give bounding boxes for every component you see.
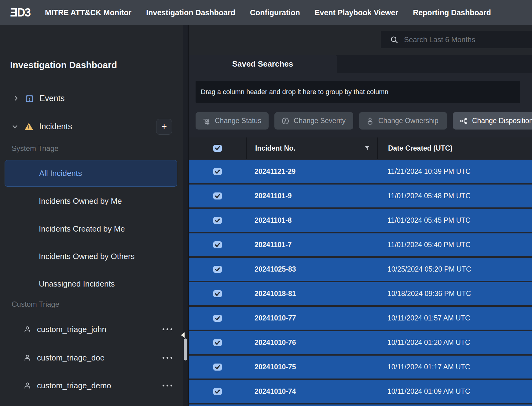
search-input[interactable] [403,35,527,44]
bulk-actions: Change Status Change Severity Change Own… [196,112,532,130]
row-checkbox[interactable] [213,266,222,273]
row-checkbox[interactable] [213,290,222,297]
row-checkbox-cell [189,380,246,403]
custom-triage-label: Custom Triage [12,300,59,309]
filter-icon[interactable] [364,145,370,151]
change-status-button[interactable]: Change Status [196,112,269,130]
table-row[interactable]: 20241025-8310/25/2024 05:20 PM UTC [189,258,532,281]
add-incident-button[interactable]: + [156,119,172,135]
tab-label: Saved Searches [232,59,293,69]
sidebar-item-incidents-owned-by-others[interactable]: Incidents Owned by Others [5,243,177,270]
row-checkbox-cell [189,209,246,232]
change-severity-label: Change Severity [294,117,346,125]
sidebar-item-custom-triage-john[interactable]: custom_triage_john [0,320,177,339]
table-row[interactable]: 20241010-7410/11/2024 01:09 AM UTC [189,380,532,403]
sidebar-item-unassigned-incidents[interactable]: Unassigned Incidents [5,271,177,297]
more-options-icon[interactable] [163,385,172,386]
date-created-cell: 10/11/2024 01:17 AM UTC [377,356,532,379]
select-all-checkbox[interactable] [213,145,222,152]
incidents-label: Incidents [39,122,72,131]
person-icon [23,325,31,334]
group-by-dropzone[interactable]: Drag a column header and drop it here to… [196,81,520,103]
row-checkbox-cell [189,331,246,354]
incident-no-cell: 20241121-29 [246,160,377,183]
column-header-date-created[interactable]: Date Created (UTC) [377,137,532,159]
tab-strip: Saved Searches [189,55,532,73]
more-options-icon[interactable] [163,357,172,359]
change-disposition-button[interactable]: Change Disposition [453,112,532,130]
row-checkbox-cell [189,258,246,281]
sidebar-scrollbar-thumb[interactable] [184,338,187,360]
warning-triangle-icon [24,122,34,132]
sidebar-item-all-incidents[interactable]: All Incidents [5,160,177,187]
calendar-alert-icon [25,94,34,103]
chevron-right-icon[interactable] [13,95,19,102]
custom-triage-name: custom_triage_john [37,325,106,334]
row-checkbox[interactable] [213,388,222,395]
incident-no-cell: 20241010-75 [246,356,377,379]
grid-panel: Drag a column header and drop it here to… [189,73,532,406]
row-checkbox[interactable] [213,364,222,371]
top-nav: ƎD3 MITRE ATT&CK Monitor Investigation D… [0,0,532,25]
more-options-icon[interactable] [163,328,172,330]
date-created-cell: 10/11/2024 01:09 AM UTC [377,380,532,403]
custom-triage-name: custom_triage_doe [37,353,105,363]
table-row[interactable]: 20241010-7610/11/2024 01:20 AM UTC [189,331,532,354]
sidebar-collapse-icon[interactable] [181,332,185,338]
table-row[interactable]: 20241010-7710/11/2024 01:57 AM UTC [189,307,532,330]
row-checkbox-cell [189,160,246,183]
tab-saved-searches[interactable]: Saved Searches [189,55,337,73]
sidebar-title: Investigation Dashboard [10,60,117,70]
date-created-cell: 10/18/2024 09:36 PM UTC [377,282,532,305]
sidebar-group-incidents[interactable]: Incidents [0,119,171,134]
sidebar-group-events[interactable]: Events [0,92,171,105]
incident-no-cell: 20241010-76 [246,331,377,354]
table-row[interactable]: 20241121-2911/21/2024 10:39 PM UTC [189,160,532,183]
nav-configuration[interactable]: Configuration [250,8,300,17]
nav-event-playbook-viewer[interactable]: Event Playbook Viewer [315,8,398,17]
chevron-down-icon[interactable] [12,123,18,130]
date-created-cell: 11/01/2024 05:45 PM UTC [377,209,532,232]
sidebar-item-incidents-created-by-me[interactable]: Incidents Created by Me [5,216,177,242]
change-severity-icon [281,117,290,125]
sidebar-item-custom-triage-doe[interactable]: custom_triage_doe [0,348,177,367]
select-all-cell [189,137,246,159]
incident-no-cell: 20241101-7 [246,233,377,256]
change-ownership-icon [366,117,374,125]
nav-reporting-dashboard[interactable]: Reporting Dashboard [413,8,491,17]
row-checkbox[interactable] [213,217,222,224]
table-rows: 20241121-2911/21/2024 10:39 PM UTC202411… [189,159,532,406]
d3-logo[interactable]: ƎD3 [10,6,30,19]
row-checkbox[interactable] [213,339,222,346]
row-checkbox[interactable] [213,192,222,199]
incident-no-cell: 20241101-8 [246,209,377,232]
nav-investigation-dashboard[interactable]: Investigation Dashboard [146,8,235,17]
incident-no-header-label: Incident No. [255,144,295,152]
row-checkbox[interactable] [213,241,222,248]
global-search[interactable] [381,31,532,48]
main-content: Saved Searches Drag a column header and … [189,25,532,406]
table-row-partial [189,404,532,406]
column-header-incident-no[interactable]: Incident No. [246,137,377,159]
incident-no-cell: 20241101-9 [246,185,377,207]
row-checkbox-cell [189,307,246,330]
row-checkbox[interactable] [213,315,222,322]
change-severity-button[interactable]: Change Severity [274,112,353,130]
events-label: Events [39,94,65,103]
system-triage-label: System Triage [12,144,58,153]
table-row[interactable]: 20241101-911/01/2024 05:48 PM UTC [189,185,532,207]
nav-mitre-attack-monitor[interactable]: MITRE ATT&CK Monitor [45,8,131,17]
table-row[interactable]: 20241010-7510/11/2024 01:17 AM UTC [189,356,532,379]
panel-divider [188,25,189,406]
incident-no-cell: 20241010-77 [246,307,377,330]
date-created-cell: 11/01/2024 05:48 PM UTC [377,185,532,207]
sidebar-item-custom-triage-demo[interactable]: custom_triage_demo [0,376,177,395]
person-icon [23,354,31,362]
row-checkbox[interactable] [213,168,222,175]
incident-no-cell: 20241025-83 [246,258,377,281]
change-ownership-button[interactable]: Change Ownership [359,112,447,130]
table-row[interactable]: 20241018-8110/18/2024 09:36 PM UTC [189,282,532,305]
table-row[interactable]: 20241101-711/01/2024 05:40 PM UTC [189,233,532,256]
sidebar-item-incidents-owned-by-me[interactable]: Incidents Owned by Me [5,188,177,214]
table-row[interactable]: 20241101-811/01/2024 05:45 PM UTC [189,209,532,232]
